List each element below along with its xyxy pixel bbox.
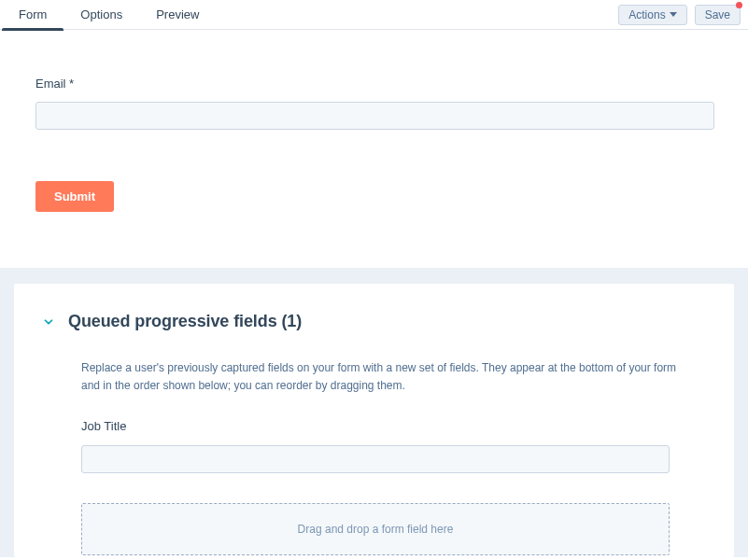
form-canvas: Email * Submit — [0, 30, 748, 268]
job-title-label: Job Title — [81, 419, 706, 433]
dropzone[interactable]: Drag and drop a form field here — [81, 503, 670, 555]
email-label: Email * — [35, 77, 714, 91]
tab-form[interactable]: Form — [2, 0, 64, 30]
submit-button[interactable]: Submit — [35, 181, 114, 212]
actions-dropdown[interactable]: Actions — [618, 5, 686, 25]
toolbar-right: Actions Save — [618, 5, 746, 25]
progressive-description: Replace a user's previously captured fie… — [81, 359, 679, 395]
progressive-title: Queued progressive fields (1) — [68, 312, 302, 331]
caret-down-icon — [670, 12, 677, 17]
chevron-down-icon — [42, 315, 55, 330]
progressive-body: Replace a user's previously captured fie… — [42, 359, 706, 555]
progressive-panel-header[interactable]: Queued progressive fields (1) — [42, 312, 706, 331]
email-field[interactable] — [35, 102, 714, 130]
dropzone-text: Drag and drop a form field here — [298, 523, 454, 536]
progressive-panel: Queued progressive fields (1) Replace a … — [14, 284, 734, 557]
save-button[interactable]: Save — [695, 5, 741, 25]
job-title-field[interactable] — [81, 445, 670, 473]
progressive-section-background: Queued progressive fields (1) Replace a … — [0, 268, 748, 557]
tabs: Form Options Preview — [2, 0, 216, 30]
tab-options[interactable]: Options — [64, 0, 139, 30]
tab-preview[interactable]: Preview — [139, 0, 216, 30]
tab-bar: Form Options Preview Actions Save — [0, 0, 748, 30]
actions-label: Actions — [628, 8, 665, 21]
unsaved-indicator-icon — [736, 2, 742, 8]
